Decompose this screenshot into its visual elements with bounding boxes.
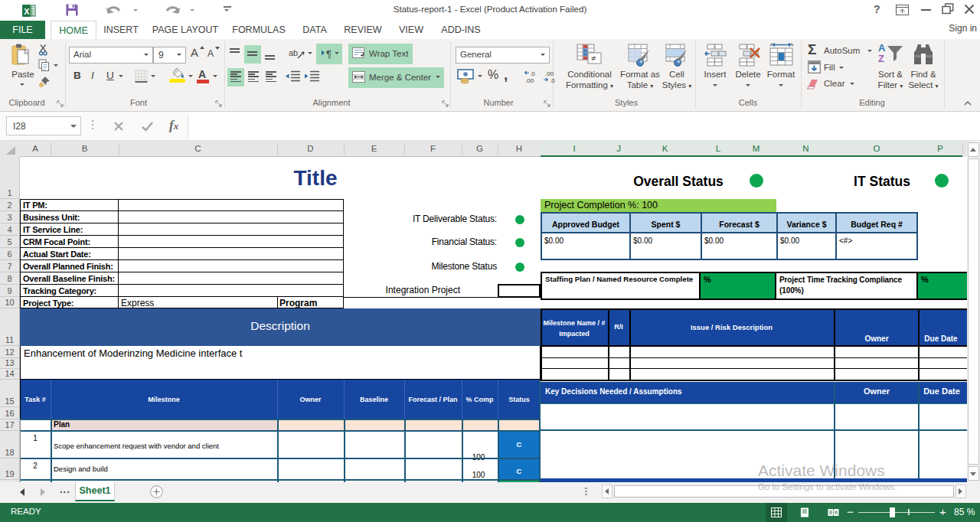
- svg-text:.00: .00: [525, 77, 534, 83]
- svg-text:≠: ≠: [591, 54, 596, 63]
- svg-text:¶: ¶: [326, 48, 332, 59]
- svg-text:ab: ab: [289, 48, 298, 57]
- svg-text:.00: .00: [545, 70, 554, 77]
- svg-text:.0: .0: [530, 70, 535, 77]
